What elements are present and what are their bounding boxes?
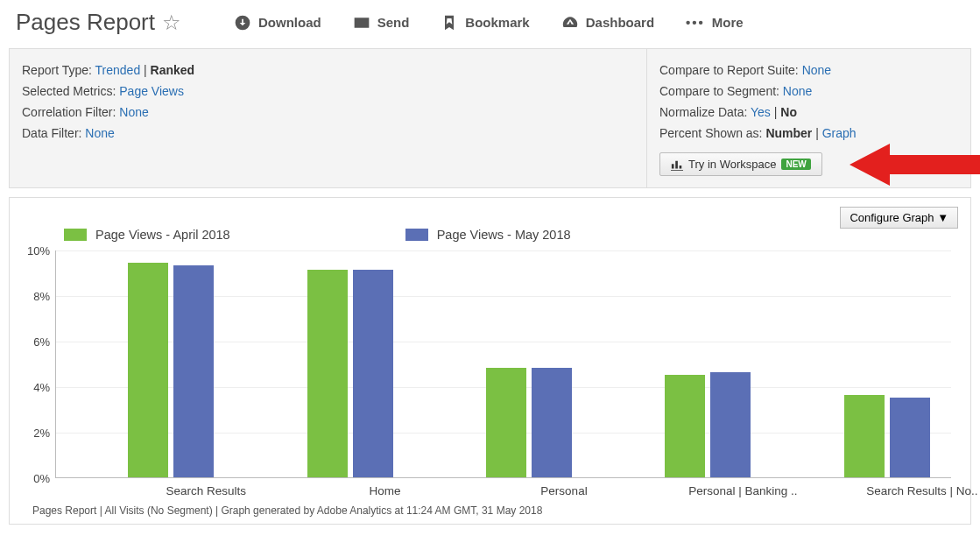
mail-icon bbox=[353, 14, 370, 32]
favorite-star-icon[interactable]: ☆ bbox=[162, 11, 181, 35]
selected-metrics-link[interactable]: Page Views bbox=[119, 84, 184, 98]
configure-graph-button[interactable]: Configure Graph ▼ bbox=[840, 207, 958, 229]
y-tick: 8% bbox=[33, 289, 50, 302]
try-in-workspace-button[interactable]: Try in Workspace NEW bbox=[659, 152, 822, 176]
page-header: Pages Report ☆ Download Send Bookmark Da… bbox=[0, 0, 980, 48]
compare-segment-row: Compare to Segment: None bbox=[659, 81, 958, 102]
x-label: Search Results | No.. bbox=[866, 484, 977, 497]
bar[interactable] bbox=[665, 375, 705, 477]
report-type-row: Report Type: Trended | Ranked bbox=[22, 60, 634, 81]
plot-area bbox=[55, 250, 951, 478]
x-label: Personal bbox=[540, 484, 587, 497]
send-label: Send bbox=[377, 15, 410, 30]
normalize-yes-link[interactable]: Yes bbox=[751, 105, 771, 119]
send-button[interactable]: Send bbox=[353, 14, 410, 32]
report-toolbar: Download Send Bookmark Dashboard ••• Mor… bbox=[234, 14, 744, 32]
percent-label: Percent Shown as: bbox=[659, 126, 763, 140]
selected-metrics-row: Selected Metrics: Page Views bbox=[22, 81, 634, 102]
report-type-label: Report Type: bbox=[22, 63, 92, 77]
data-filter-label: Data Filter: bbox=[22, 126, 81, 140]
x-label: Home bbox=[370, 484, 401, 497]
correlation-filter-label: Correlation Filter: bbox=[22, 105, 116, 119]
percent-row: Percent Shown as: Number | Graph bbox=[659, 123, 958, 144]
page-title: Pages Report bbox=[16, 9, 155, 36]
bar[interactable] bbox=[710, 372, 751, 477]
bookmark-icon bbox=[441, 14, 458, 32]
data-filter-link[interactable]: None bbox=[85, 126, 114, 140]
compare-suite-label: Compare to Report Suite: bbox=[659, 63, 799, 77]
chart-legend: Page Views - April 2018 Page Views - May… bbox=[20, 214, 960, 250]
more-button[interactable]: ••• More bbox=[686, 14, 744, 32]
y-tick: 6% bbox=[33, 335, 50, 348]
y-tick: 4% bbox=[33, 380, 50, 393]
x-label: Search Results bbox=[166, 484, 246, 497]
bookmark-button[interactable]: Bookmark bbox=[441, 14, 529, 32]
bar-group bbox=[486, 368, 574, 477]
normalize-row: Normalize Data: Yes | No bbox=[659, 102, 958, 123]
x-label: Personal | Banking .. bbox=[688, 484, 797, 497]
more-label: More bbox=[712, 15, 744, 30]
y-tick: 0% bbox=[33, 471, 50, 484]
bookmark-label: Bookmark bbox=[465, 15, 529, 30]
percent-number[interactable]: Number bbox=[765, 126, 812, 140]
compare-suite-row: Compare to Report Suite: None bbox=[659, 60, 958, 81]
legend-label-b: Page Views - May 2018 bbox=[437, 228, 571, 242]
data-filter-row: Data Filter: None bbox=[22, 123, 634, 144]
bar-group bbox=[128, 263, 215, 476]
bar[interactable] bbox=[128, 263, 168, 476]
config-right: Compare to Report Suite: None Compare to… bbox=[646, 49, 970, 187]
y-tick: 2% bbox=[33, 426, 50, 439]
download-label: Download bbox=[258, 15, 321, 30]
correlation-filter-row: Correlation Filter: None bbox=[22, 102, 634, 123]
selected-metrics-label: Selected Metrics: bbox=[22, 84, 116, 98]
bar[interactable] bbox=[353, 270, 393, 477]
download-button[interactable]: Download bbox=[234, 14, 321, 32]
download-icon bbox=[234, 14, 251, 32]
report-type-ranked[interactable]: Ranked bbox=[151, 63, 195, 77]
compare-suite-link[interactable]: None bbox=[802, 63, 831, 77]
bar-group bbox=[307, 270, 395, 477]
bar-chart: 0%2%4%6%8%10% Search ResultsHomePersonal… bbox=[55, 250, 951, 496]
workspace-btn-label: Try in Workspace bbox=[688, 158, 776, 171]
more-dots-icon: ••• bbox=[686, 15, 705, 30]
compare-segment-label: Compare to Segment: bbox=[659, 84, 779, 98]
config-left: Report Type: Trended | Ranked Selected M… bbox=[10, 49, 646, 187]
legend-label-a: Page Views - April 2018 bbox=[95, 228, 230, 242]
swatch-green bbox=[64, 229, 87, 241]
gauge-icon bbox=[561, 14, 579, 32]
legend-item-may[interactable]: Page Views - May 2018 bbox=[405, 228, 571, 242]
normalize-no[interactable]: No bbox=[780, 105, 797, 119]
swatch-blue bbox=[405, 229, 428, 241]
bar-group bbox=[665, 372, 752, 477]
config-bar: Report Type: Trended | Ranked Selected M… bbox=[9, 48, 971, 188]
normalize-label: Normalize Data: bbox=[659, 105, 747, 119]
correlation-filter-link[interactable]: None bbox=[119, 105, 148, 119]
bar[interactable] bbox=[486, 368, 526, 477]
bar[interactable] bbox=[532, 368, 572, 477]
bar[interactable] bbox=[307, 270, 348, 477]
report-type-trended-link[interactable]: Trended bbox=[95, 63, 141, 77]
y-tick: 10% bbox=[27, 243, 50, 257]
compare-segment-link[interactable]: None bbox=[783, 84, 812, 98]
bar[interactable] bbox=[890, 398, 930, 477]
dashboard-button[interactable]: Dashboard bbox=[561, 14, 654, 32]
workspace-icon bbox=[671, 159, 683, 171]
percent-graph-link[interactable]: Graph bbox=[822, 126, 857, 140]
bar[interactable] bbox=[844, 395, 885, 477]
chart-panel: Configure Graph ▼ Page Views - April 201… bbox=[9, 197, 971, 525]
bar-group bbox=[844, 395, 932, 477]
legend-item-april[interactable]: Page Views - April 2018 bbox=[64, 228, 230, 242]
separator: | bbox=[144, 63, 151, 77]
y-axis: 0%2%4%6%8%10% bbox=[20, 250, 55, 478]
dashboard-label: Dashboard bbox=[586, 15, 654, 30]
bar[interactable] bbox=[173, 265, 214, 477]
separator: | bbox=[815, 126, 822, 140]
chart-footnote: Pages Report | All Visits (No Segment) |… bbox=[20, 496, 960, 518]
new-badge: NEW bbox=[781, 159, 810, 170]
